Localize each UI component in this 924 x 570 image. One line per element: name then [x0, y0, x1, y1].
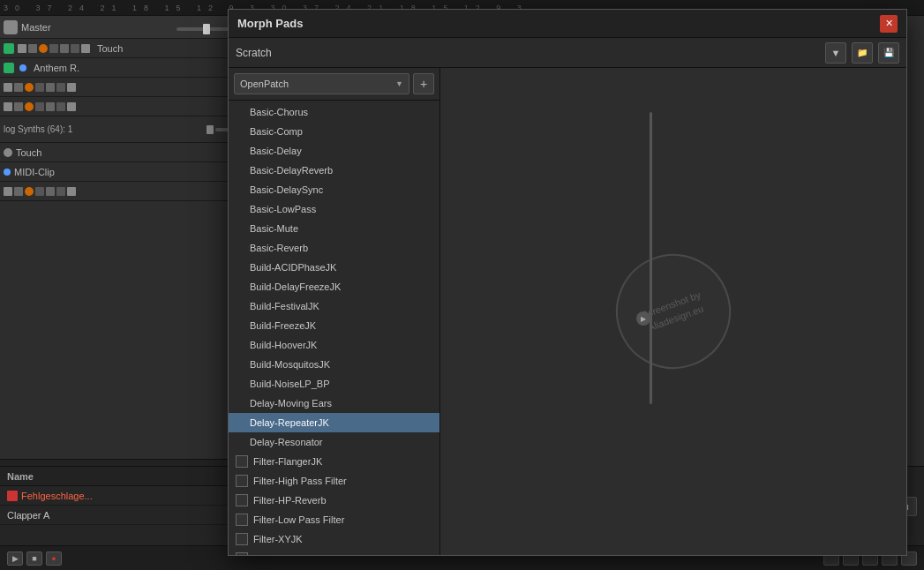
- transport-btns: [207, 125, 229, 134]
- toolbar-folder-btn[interactable]: 📁: [852, 42, 873, 64]
- t-btn1[interactable]: [207, 125, 214, 134]
- list-item[interactable]: Basic-LowPass: [229, 199, 439, 219]
- filter-lp-checkbox[interactable]: [236, 514, 248, 526]
- stop-icon: ■: [32, 554, 36, 563]
- scroll-arrow[interactable]: ▶: [636, 311, 650, 326]
- t3-icon3: [25, 83, 34, 92]
- list-item[interactable]: Filter-XYJK: [229, 529, 439, 549]
- list-item[interactable]: Basic-Delay: [229, 141, 439, 161]
- t4-icon5: [46, 102, 55, 111]
- toolbar-save-btn[interactable]: 💾: [878, 42, 899, 64]
- t5-i4: [35, 187, 44, 196]
- t3-icon5: [46, 83, 55, 92]
- folder-icon: 📁: [857, 48, 868, 57]
- patch-name: Basic-Chorus: [250, 107, 308, 117]
- filter-hpreverb-checkbox[interactable]: [236, 494, 248, 506]
- name-column-header: Name: [0, 467, 233, 486]
- track-midi: MIDI-Clip: [0, 162, 233, 182]
- dialog-titlebar: Morph Pads ✕: [229, 10, 906, 38]
- dialog-close-button[interactable]: ✕: [880, 15, 898, 33]
- patch-dropdown-row: OpenPatch ▼ +: [229, 68, 439, 101]
- save-icon: 💾: [883, 48, 894, 57]
- list-item[interactable]: Filter-Low Pass Filter: [229, 510, 439, 529]
- list-item[interactable]: Delay-RepeaterJK: [229, 413, 439, 432]
- list-item[interactable]: Basic-Reverb: [229, 238, 439, 258]
- list-item[interactable]: Build-MosquitosJK: [229, 355, 439, 374]
- t5-i7: [67, 187, 76, 196]
- list-item[interactable]: Basic-Chorus: [229, 102, 439, 122]
- play-btn[interactable]: ▶: [7, 551, 23, 566]
- track-icons: [18, 44, 90, 53]
- patch-name: Build-HooverJK: [250, 340, 317, 350]
- filter-xy-checkbox[interactable]: [236, 533, 248, 545]
- list-item[interactable]: Build-HooverJK: [229, 335, 439, 355]
- dialog-right-panel: Screenshot byAliadesign.eu ▶: [440, 68, 906, 555]
- track-4: [0, 97, 233, 116]
- dialog-title: Morph Pads: [237, 17, 880, 30]
- list-item[interactable]: Flanger-Alien Warble: [229, 549, 439, 555]
- dialog-left-panel: OpenPatch ▼ + Basic-Chorus: [229, 68, 440, 555]
- add-patch-button[interactable]: +: [413, 73, 434, 94]
- name-header-text: Name: [7, 471, 34, 482]
- arrow-icon: ▶: [641, 315, 646, 323]
- patch-list-inner: Basic-Chorus Basic-Comp Basic-Delay Basi…: [229, 102, 439, 555]
- list-item[interactable]: Build-DelayFreezeJK: [229, 277, 439, 296]
- name-item-1[interactable]: Fehlgeschlage...: [0, 486, 233, 506]
- name-item-2-label: Clapper A: [7, 510, 49, 521]
- flanger-checkbox[interactable]: [236, 552, 248, 555]
- log-synths-row: log Synths (64): 1: [0, 116, 233, 143]
- watermark: Screenshot byAliadesign.eu: [600, 238, 747, 386]
- master-controls: [177, 24, 229, 31]
- list-item[interactable]: Basic-Comp: [229, 122, 439, 141]
- dialog-toolbar: Scratch ▼ 📁 💾: [229, 38, 906, 68]
- dropdown-arrow-icon: ▼: [831, 48, 841, 58]
- patch-name: Flanger-Alien Warble: [253, 553, 344, 555]
- list-item[interactable]: Basic-Mute: [229, 219, 439, 238]
- list-item[interactable]: Basic-DelayReverb: [229, 161, 439, 180]
- list-item[interactable]: Build-FreezeJK: [229, 316, 439, 335]
- filter-flanger-checkbox[interactable]: [236, 455, 248, 468]
- morph-pads-dialog[interactable]: Morph Pads ✕ Scratch ▼ 📁 💾: [228, 9, 907, 556]
- list-item[interactable]: Delay-Resonator: [229, 432, 439, 452]
- patch-name: Basic-DelayReverb: [250, 165, 333, 176]
- midi-label: MIDI-Clip: [14, 167, 55, 177]
- patch-name: Build-ACIDPhaseJK: [250, 262, 336, 273]
- track-touch-1: Touch: [0, 39, 233, 58]
- t5-i1: [4, 187, 12, 196]
- list-item[interactable]: Delay-Moving Ears: [229, 394, 439, 413]
- patch-name: Delay-RepeaterJK: [250, 417, 329, 428]
- list-item[interactable]: Basic-DelaySync: [229, 180, 439, 199]
- list-item[interactable]: Build-ACIDPhaseJK: [229, 258, 439, 277]
- t3-icon6: [56, 83, 65, 92]
- track-icon-6: [71, 44, 79, 53]
- list-item[interactable]: Filter-HP-Reverb: [229, 491, 439, 510]
- track-icon-2: [28, 44, 37, 53]
- name-column: Name Fehlgeschlage... Clapper A: [0, 466, 234, 545]
- list-item[interactable]: Build-FestivalJK: [229, 296, 439, 316]
- name-item-2[interactable]: Clapper A: [0, 506, 233, 525]
- toolbar-dropdown-btn[interactable]: ▼: [825, 42, 846, 64]
- dialog-body: OpenPatch ▼ + Basic-Chorus: [229, 68, 906, 555]
- t3-icon1: [4, 83, 12, 92]
- patch-name: Delay-Resonator: [250, 437, 323, 447]
- transport-controls: ▶ ■ ●: [7, 551, 62, 566]
- patch-name: Basic-DelaySync: [250, 184, 323, 195]
- patch-name: Filter-Low Pass Filter: [253, 514, 344, 525]
- t4-icon3: [25, 102, 34, 111]
- rec-btn[interactable]: ●: [46, 551, 62, 566]
- stop-btn[interactable]: ■: [26, 551, 42, 566]
- track-anthem-icon: [4, 63, 14, 73]
- t5-i2: [14, 187, 23, 196]
- name-item-1-label: Fehlgeschlage...: [21, 491, 93, 501]
- list-item[interactable]: Filter-High Pass Filter: [229, 471, 439, 491]
- patch-name: Filter-HP-Reverb: [253, 495, 327, 506]
- chevron-down-icon: ▼: [395, 79, 403, 88]
- filter-hp-checkbox[interactable]: [236, 475, 248, 487]
- list-item[interactable]: Filter-FlangerJK: [229, 452, 439, 471]
- patch-dropdown[interactable]: OpenPatch ▼: [234, 73, 409, 94]
- patch-name: Basic-Mute: [250, 223, 298, 234]
- t3-icon2: [14, 83, 23, 92]
- scrollbar-thumb[interactable]: [650, 112, 652, 404]
- list-item[interactable]: Build-NoiseLP_BP: [229, 374, 439, 394]
- t4-icon7: [67, 102, 76, 111]
